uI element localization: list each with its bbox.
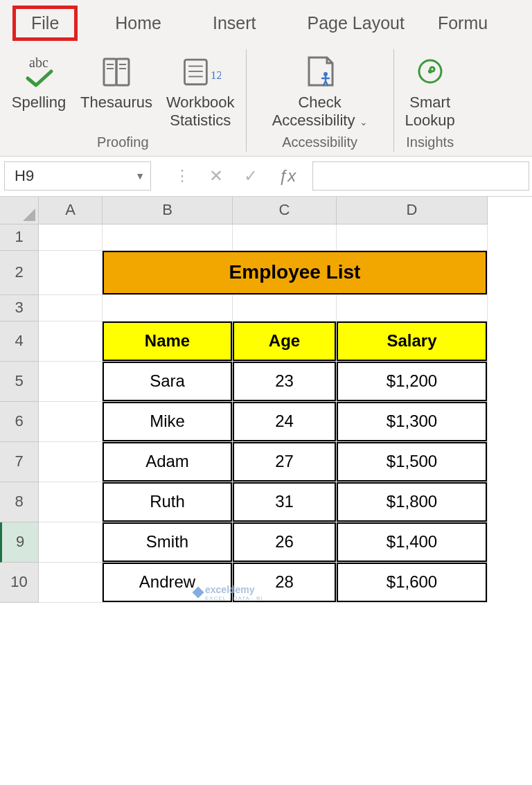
cell[interactable] (39, 442, 103, 482)
cancel-icon[interactable]: ✕ (209, 166, 223, 186)
row-header-9[interactable]: 9 (0, 522, 39, 563)
spelling-label: Spelling (12, 94, 66, 112)
cell-value: $1,400 (337, 522, 487, 562)
table-row[interactable]: $1,200 (337, 362, 488, 402)
tab-insert[interactable]: Insert (196, 6, 273, 40)
cell[interactable] (39, 321, 103, 362)
smart-lookup-button[interactable]: Smart Lookup (398, 46, 462, 132)
table-row[interactable]: $1,500 (337, 442, 488, 482)
row-header-6[interactable]: 6 (0, 402, 39, 442)
table-row[interactable]: $1,300 (337, 402, 488, 442)
smart-lookup-icon (409, 51, 451, 92)
table-header-age: Age (233, 321, 336, 361)
table-row[interactable]: Smith (103, 522, 233, 563)
tab-file[interactable]: File (12, 6, 78, 41)
cell-header-salary[interactable]: Salary (337, 321, 488, 362)
watermark-brand: exceldemy (205, 584, 263, 595)
cell[interactable] (103, 295, 233, 321)
row-header-5[interactable]: 5 (0, 362, 39, 402)
expand-icon[interactable]: ⋮ (175, 167, 188, 185)
cell[interactable] (39, 295, 103, 321)
spelling-button[interactable]: abc Spelling (4, 46, 73, 132)
cell[interactable] (39, 522, 103, 563)
watermark-icon (193, 587, 204, 599)
table-row[interactable]: $1,800 (337, 482, 488, 522)
table-row[interactable]: Adam (103, 442, 233, 482)
table-row[interactable]: Sara (103, 362, 233, 402)
cell-value: $1,300 (337, 402, 487, 441)
cell-value: 31 (233, 482, 336, 522)
row-header-8[interactable]: 8 (0, 482, 39, 522)
cell-value: 27 (233, 442, 336, 482)
cell[interactable] (39, 224, 103, 251)
group-accessibility-label: Accessibility (282, 132, 357, 156)
cell[interactable] (39, 362, 103, 402)
chevron-down-icon: ⌄ (360, 116, 368, 127)
table-row[interactable]: Ruth (103, 482, 233, 522)
cell[interactable] (233, 295, 337, 321)
thesaurus-button[interactable]: Thesaurus (73, 46, 159, 132)
row-header-1[interactable]: 1 (0, 224, 39, 251)
svg-text:123: 123 (211, 69, 221, 82)
name-box[interactable]: H9 ▼ (4, 161, 151, 191)
table-row[interactable]: $1,600 (337, 563, 488, 603)
workbook-statistics-icon: 123 (179, 51, 221, 92)
table-row[interactable]: 27 (233, 442, 337, 482)
tab-home[interactable]: Home (98, 6, 178, 40)
smart-lookup-label-2: Lookup (405, 112, 455, 130)
cell[interactable] (39, 402, 103, 442)
group-insights: Smart Lookup Insights (394, 45, 466, 156)
cell[interactable] (233, 224, 337, 251)
ribbon-toolbar: abc Spelling (0, 45, 532, 156)
cell-header-age[interactable]: Age (233, 321, 337, 362)
workbook-statistics-button[interactable]: 123 Workbook Statistics (159, 46, 242, 132)
cell[interactable] (39, 251, 103, 295)
check-accessibility-label-2: Accessibility (272, 112, 355, 129)
employee-list-title: Employee List (103, 251, 487, 294)
table-row[interactable]: 31 (233, 482, 337, 522)
row-header-10[interactable]: 10 (0, 563, 39, 603)
check-accessibility-button[interactable]: Check Accessibility ⌄ (251, 46, 389, 132)
cell-value: $1,600 (337, 563, 487, 602)
cell[interactable] (337, 295, 488, 321)
fx-icon[interactable]: ƒx (278, 166, 296, 186)
column-header-d[interactable]: D (337, 197, 488, 224)
cell-title[interactable]: Employee List (103, 251, 488, 295)
watermark-tagline: EXCEL · DATA · BI (205, 595, 263, 601)
tab-page-layout[interactable]: Page Layout (291, 6, 421, 40)
group-proofing-label: Proofing (97, 132, 149, 156)
row-header-2[interactable]: 2 (0, 251, 39, 295)
table-row[interactable]: Mike (103, 402, 233, 442)
cell[interactable] (337, 224, 488, 251)
workbook-statistics-label-1: Workbook (166, 94, 235, 112)
row-header-7[interactable]: 7 (0, 442, 39, 482)
cell[interactable] (103, 224, 233, 251)
column-header-b[interactable]: B (103, 197, 233, 224)
tab-formulas[interactable]: Formu (421, 6, 504, 40)
table-row[interactable]: 23 (233, 362, 337, 402)
svg-rect-1 (104, 59, 116, 85)
thesaurus-label: Thesaurus (80, 94, 152, 112)
table-row[interactable]: 26 (233, 522, 337, 563)
cell-value: 24 (233, 402, 336, 441)
name-box-value: H9 (15, 167, 34, 185)
name-box-dropdown-icon[interactable]: ▼ (135, 170, 145, 182)
cell-value: Mike (103, 402, 232, 441)
svg-rect-2 (116, 59, 129, 85)
enter-icon[interactable]: ✓ (244, 166, 258, 186)
select-all-corner[interactable] (0, 197, 39, 224)
formula-bar-row: H9 ▼ ⋮ ✕ ✓ ƒx (0, 157, 532, 197)
cell-header-name[interactable]: Name (103, 321, 233, 362)
cell-value: Adam (103, 442, 232, 482)
column-header-c[interactable]: C (233, 197, 337, 224)
table-row[interactable]: $1,400 (337, 522, 488, 563)
column-header-a[interactable]: A (39, 197, 103, 224)
row-header-4[interactable]: 4 (0, 321, 39, 362)
cell[interactable] (39, 563, 103, 603)
cell-value: Ruth (103, 482, 232, 522)
spreadsheet-grid[interactable]: A B C D 1 2 Employee List 3 4 Name Age S… (0, 197, 532, 603)
cell[interactable] (39, 482, 103, 522)
formula-input[interactable] (312, 161, 529, 191)
table-row[interactable]: 24 (233, 402, 337, 442)
row-header-3[interactable]: 3 (0, 295, 39, 321)
